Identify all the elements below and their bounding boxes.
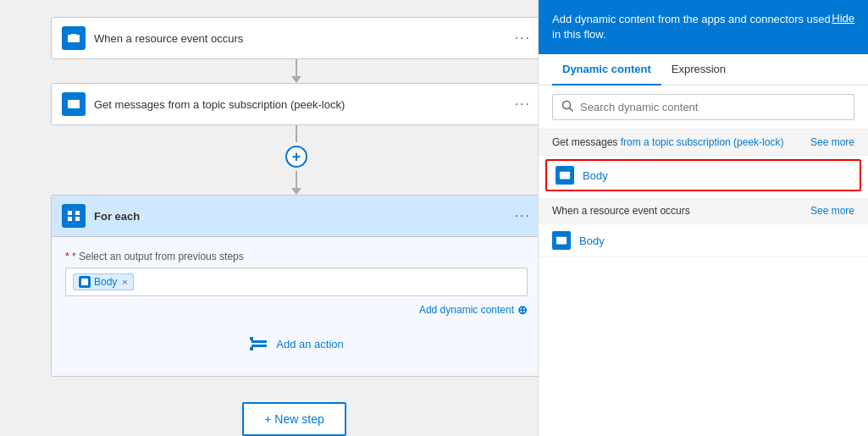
flow-canvas: When a resource event occurs ··· Get mes… — [0, 0, 538, 436]
new-step-button[interactable]: + New step — [242, 402, 346, 436]
token-label: Body — [94, 276, 117, 288]
add-action-area: Add an action — [65, 334, 528, 362]
svg-line-15 — [570, 108, 573, 112]
section2-body-icon — [552, 231, 571, 250]
section2-header-row: When a resource event occurs See more — [552, 205, 854, 217]
svg-rect-13 — [250, 347, 253, 350]
connector1-line — [296, 59, 297, 76]
section2-title: When a resource event occurs — [552, 205, 690, 217]
node2-title: Get messages from a topic subscription (… — [94, 98, 515, 111]
add-action-button[interactable]: Add an action — [249, 334, 344, 354]
foreach-title: For each — [94, 210, 515, 223]
node2-icon — [62, 92, 86, 116]
new-step-area: + New step — [51, 402, 538, 436]
foreach-icon — [62, 204, 86, 228]
svg-point-1 — [72, 37, 75, 41]
svg-rect-5 — [68, 211, 72, 215]
svg-rect-10 — [252, 340, 267, 343]
tab-dynamic-content[interactable]: Dynamic content — [552, 54, 661, 86]
section1-suffix: from a topic subscription (peek-lock) — [617, 136, 783, 148]
dynamic-panel: Add dynamic content from the apps and co… — [538, 0, 868, 436]
add-action-label: Add an action — [276, 338, 344, 350]
svg-rect-8 — [75, 217, 80, 221]
panel-search-area — [539, 86, 868, 130]
section1-body-label: Body — [583, 169, 608, 182]
add-dynamic-anchor[interactable]: Add dynamic content ⊕ — [419, 303, 528, 317]
svg-rect-12 — [250, 337, 253, 340]
connector1 — [51, 59, 538, 83]
section2-body-label: Body — [579, 235, 605, 247]
node-service-bus: Get messages from a topic subscription (… — [51, 83, 538, 125]
section1-body-item[interactable]: Body — [545, 159, 861, 191]
token-remove[interactable]: × — [122, 277, 127, 287]
section1-prefix: Get messages — [552, 136, 617, 148]
section2-body-item[interactable]: Body — [539, 224, 868, 257]
connector2-arrow — [291, 188, 301, 195]
section2-header: When a resource event occurs See more — [539, 198, 868, 224]
node1-icon — [62, 26, 86, 50]
svg-rect-7 — [68, 217, 72, 221]
svg-rect-6 — [75, 211, 80, 215]
add-dynamic-icon: ⊕ — [517, 303, 528, 317]
section1-see-more[interactable]: See more — [810, 136, 854, 148]
token-icon — [79, 276, 91, 288]
field-label: * * Select an output from previous steps — [65, 251, 528, 262]
body-token: Body × — [73, 273, 134, 290]
connector2-line-top — [296, 125, 297, 142]
node1-menu[interactable]: ··· — [515, 30, 531, 46]
add-dynamic-label: Add dynamic content — [419, 304, 514, 316]
section1-header: Get messages from a topic subscription (… — [539, 130, 868, 156]
panel-header: Add dynamic content from the apps and co… — [539, 0, 868, 54]
search-input[interactable] — [580, 101, 845, 113]
connector2-line-bottom — [296, 171, 297, 188]
for-each-header: For each ··· — [52, 196, 538, 237]
add-dynamic-link: Add dynamic content ⊕ — [65, 303, 528, 317]
node-resource-event: When a resource event occurs ··· — [51, 17, 538, 59]
new-step-label: + New step — [264, 412, 323, 426]
search-icon — [561, 100, 573, 114]
connector1-arrow — [291, 76, 301, 83]
tab-expression[interactable]: Expression — [661, 54, 736, 86]
hide-button[interactable]: Hide — [832, 12, 854, 25]
for-each-body: * * Select an output from previous steps… — [52, 237, 538, 376]
for-each-container: For each ··· * * Select an output from p… — [51, 195, 538, 377]
add-action-icon — [249, 334, 269, 354]
section1-body-icon — [556, 166, 574, 185]
svg-rect-9 — [81, 279, 88, 285]
panel-tabs: Dynamic content Expression — [539, 54, 868, 86]
search-box[interactable] — [552, 94, 854, 120]
section1-title: Get messages from a topic subscription (… — [552, 136, 783, 148]
node2-menu[interactable]: ··· — [515, 97, 531, 112]
add-between-button[interactable]: + — [285, 146, 307, 168]
svg-rect-11 — [252, 345, 267, 347]
panel-header-text: Add dynamic content from the apps and co… — [552, 12, 832, 42]
node1-title: When a resource event occurs — [94, 32, 515, 45]
connector2: + — [51, 125, 538, 195]
foreach-menu[interactable]: ··· — [515, 208, 531, 224]
section2-see-more[interactable]: See more — [810, 205, 854, 217]
token-input[interactable]: Body × — [65, 268, 528, 296]
section1-header-row: Get messages from a topic subscription (… — [552, 136, 854, 148]
